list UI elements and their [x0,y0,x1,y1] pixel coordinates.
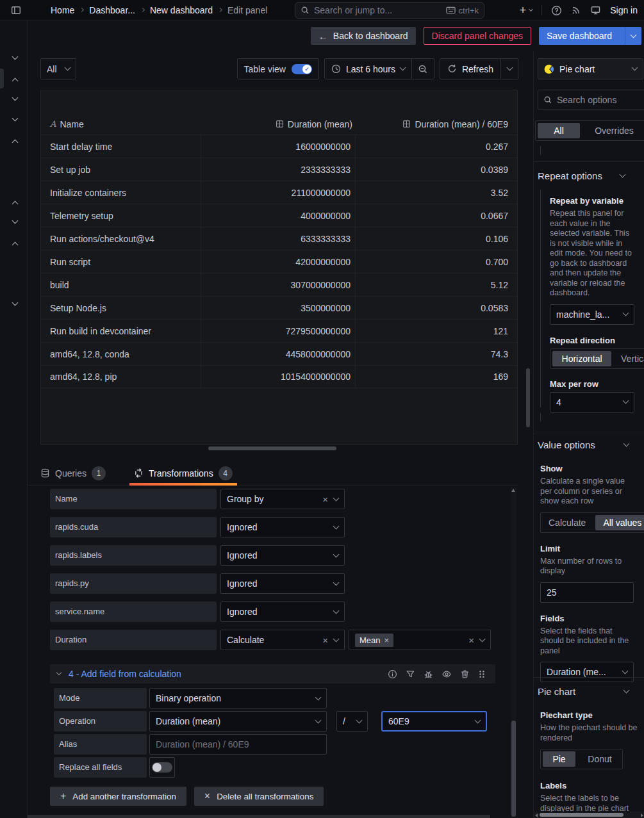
chevron-down-icon[interactable] [12,300,19,306]
chevron-up-icon[interactable] [12,78,19,85]
groupby-select[interactable]: Ignored [220,601,345,622]
main-vertical-scrollbar-thumb[interactable] [526,368,530,427]
groupby-select[interactable]: Calculate × [220,630,345,650]
filter-tab-all[interactable]: All [538,123,580,138]
alias-input[interactable] [149,734,327,755]
editor-horizontal-scrollbar[interactable] [28,815,490,818]
chevron-up-icon[interactable] [12,201,19,208]
global-search-input[interactable]: Search or jump to... ctrl+k [295,2,484,19]
queries-count-badge: 1 [92,466,106,480]
replace-all-fields-toggle[interactable] [149,757,175,778]
show-calculate-option[interactable]: Calculate [541,515,593,530]
chevron-up-icon[interactable] [12,242,19,249]
clear-icon[interactable]: × [468,635,474,645]
repeat-options-header[interactable]: Repeat options [538,170,640,181]
zoom-out-icon[interactable] [412,59,434,79]
tab-transformations[interactable]: Transformations 4 [129,461,237,485]
trash-icon[interactable] [460,669,470,679]
table-view-toggle[interactable]: Table view ✓ [237,58,319,79]
tab-queries[interactable]: Queries 1 [36,461,110,485]
aggregation-multiselect[interactable]: Mean× × [349,630,491,650]
value-options-header[interactable]: Value options [538,439,640,450]
show-all-values-option[interactable]: All values [595,515,644,530]
clock-icon [331,64,341,74]
direction-horizontal-option[interactable]: Horizontal [552,351,611,366]
fields-select[interactable]: Duration (me... [540,662,634,682]
breadcrumb-new-dashboard[interactable]: New dashboard [150,5,213,15]
chevron-down-icon[interactable] [12,115,19,122]
table-row: Run actions/checkout@v463333333330.106 [41,227,517,250]
type-donut-option[interactable]: Donut [577,751,622,767]
toggle-on[interactable]: ✓ [292,64,312,74]
back-to-dashboard-button[interactable]: ← Back to dashboard [311,27,416,45]
groupby-field-row: service.name Ignored [50,601,509,622]
scroll-up-arrow-icon[interactable] [511,489,515,492]
type-pie-option[interactable]: Pie [543,751,575,767]
filter-icon[interactable] [406,669,415,679]
debug-icon[interactable] [424,669,433,679]
column-header-duration-ratio[interactable]: Duration (mean) / 60E9 [357,119,517,129]
help-icon[interactable] [551,5,562,16]
editor-vertical-scrollbar[interactable] [511,487,516,818]
chevron-down-icon[interactable] [12,218,19,224]
transformation-title[interactable]: 4 - Add field from calculation [69,669,388,679]
scrollbar-thumb[interactable] [511,721,516,817]
groupby-select[interactable]: Group by × [220,489,345,509]
direction-vertical-option[interactable]: Vertical [613,351,644,366]
options-search-input[interactable]: Search options [538,90,644,110]
delete-all-transformations-button[interactable]: × Delete all transformations [194,787,324,806]
pie-chart-options-header[interactable]: Pie chart [538,686,640,697]
news-rss-icon[interactable] [571,5,581,15]
save-dashboard-button[interactable]: Save dashboard [539,27,641,45]
sign-in-link[interactable]: Sign in [610,5,638,15]
column-header-name[interactable]: A Name [41,119,202,129]
transformation-section-header[interactable]: 4 - Add field from calculation [50,664,495,683]
eye-icon[interactable] [442,669,452,679]
chevron-down-icon[interactable] [56,670,62,675]
chevron-down-icon [315,717,322,723]
remove-chip-icon[interactable]: × [384,636,390,644]
discard-panel-changes-button[interactable]: Discard panel changes [424,27,531,45]
mean-chip[interactable]: Mean× [355,634,393,647]
refresh-button[interactable]: Refresh [440,59,500,79]
clear-icon[interactable]: × [322,635,328,645]
breadcrumb-home[interactable]: Home [51,5,74,15]
chevron-down-icon[interactable] [12,95,19,101]
repeat-variable-select[interactable]: machine_la... [550,304,634,325]
chevron-right-icon [140,8,145,12]
add-transformation-button[interactable]: + Add another transformation [50,787,186,806]
refresh-interval-button[interactable] [501,59,518,79]
info-icon[interactable] [388,669,397,679]
save-dashboard-menu-button[interactable] [625,27,641,45]
scrollbar-thumb[interactable] [540,813,623,817]
limit-input[interactable] [540,582,634,603]
scroll-left-arrow-icon[interactable] [535,814,538,817]
add-menu-button[interactable]: + [520,4,533,16]
monitor-icon[interactable] [590,5,601,15]
variable-all-select[interactable]: All [40,58,76,79]
options-horizontal-scrollbar[interactable] [534,812,644,818]
column-header-duration-mean[interactable]: Duration (mean) [202,119,357,129]
groupby-select[interactable]: Ignored [220,545,345,566]
visualization-picker[interactable]: Pie chart [538,58,643,79]
chevron-down-icon[interactable] [12,54,19,60]
groupby-select[interactable]: Ignored [220,517,345,537]
scrollbar-thumb[interactable] [208,446,336,450]
operator-select[interactable]: / [336,711,368,732]
left-operand-select[interactable]: Duration (mean) [149,711,327,732]
clear-icon[interactable]: × [322,495,328,504]
plus-icon: + [520,4,527,16]
table-row: Setup Node.js35000000000.0583 [41,296,517,319]
breadcrumb-dashboards[interactable]: Dashboar... [89,5,135,15]
chevron-up-icon[interactable] [12,140,19,146]
sidebar-toggle-icon[interactable] [11,5,21,15]
drag-handle-icon[interactable] [478,669,486,679]
filter-tab-overrides[interactable]: Overrides [582,123,644,138]
groupby-select[interactable]: Ignored [220,573,345,594]
max-per-row-select[interactable]: 4 [550,392,634,413]
scroll-right-arrow-icon[interactable] [641,814,643,817]
time-range-picker[interactable]: Last 6 hours [325,59,411,79]
right-operand-select[interactable]: 60E9 [381,711,487,732]
table-horizontal-scrollbar[interactable] [40,446,518,451]
mode-select[interactable]: Binary operation [149,688,327,708]
